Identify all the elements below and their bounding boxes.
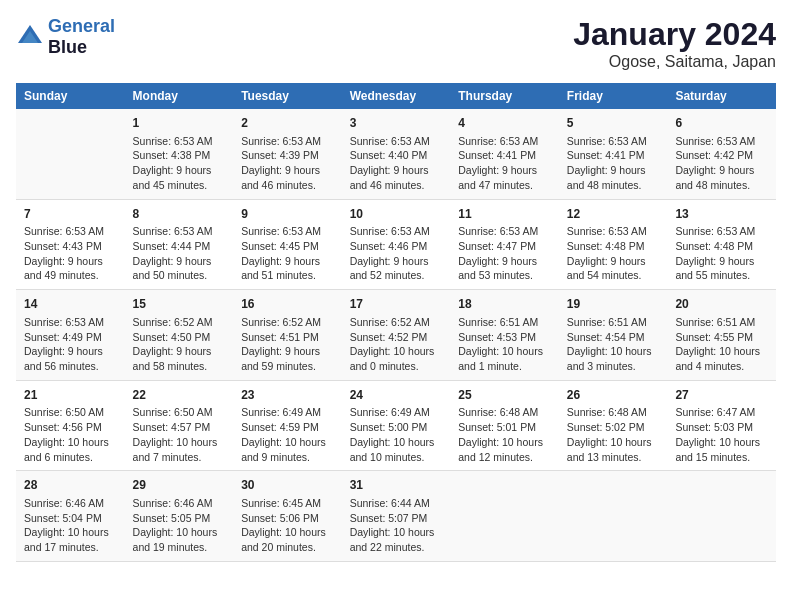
day-cell: 19Sunrise: 6:51 AMSunset: 4:54 PMDayligh… [559,290,668,381]
day-cell: 13Sunrise: 6:53 AMSunset: 4:48 PMDayligh… [667,199,776,290]
day-info: Sunrise: 6:48 AMSunset: 5:02 PMDaylight:… [567,405,660,464]
day-number: 30 [241,477,334,494]
day-cell: 18Sunrise: 6:51 AMSunset: 4:53 PMDayligh… [450,290,559,381]
day-number: 10 [350,206,443,223]
col-header-thursday: Thursday [450,83,559,109]
day-cell: 30Sunrise: 6:45 AMSunset: 5:06 PMDayligh… [233,471,342,562]
day-info: Sunrise: 6:49 AMSunset: 5:00 PMDaylight:… [350,405,443,464]
day-cell: 28Sunrise: 6:46 AMSunset: 5:04 PMDayligh… [16,471,125,562]
day-number: 7 [24,206,117,223]
day-info: Sunrise: 6:53 AMSunset: 4:41 PMDaylight:… [458,134,551,193]
day-cell: 7Sunrise: 6:53 AMSunset: 4:43 PMDaylight… [16,199,125,290]
day-info: Sunrise: 6:44 AMSunset: 5:07 PMDaylight:… [350,496,443,555]
day-info: Sunrise: 6:52 AMSunset: 4:52 PMDaylight:… [350,315,443,374]
day-info: Sunrise: 6:53 AMSunset: 4:40 PMDaylight:… [350,134,443,193]
day-cell [559,471,668,562]
month-title: January 2024 [573,16,776,53]
day-info: Sunrise: 6:48 AMSunset: 5:01 PMDaylight:… [458,405,551,464]
day-info: Sunrise: 6:53 AMSunset: 4:39 PMDaylight:… [241,134,334,193]
day-info: Sunrise: 6:53 AMSunset: 4:45 PMDaylight:… [241,224,334,283]
day-cell: 20Sunrise: 6:51 AMSunset: 4:55 PMDayligh… [667,290,776,381]
day-info: Sunrise: 6:45 AMSunset: 5:06 PMDaylight:… [241,496,334,555]
day-info: Sunrise: 6:51 AMSunset: 4:55 PMDaylight:… [675,315,768,374]
day-info: Sunrise: 6:53 AMSunset: 4:48 PMDaylight:… [675,224,768,283]
day-number: 25 [458,387,551,404]
day-cell: 12Sunrise: 6:53 AMSunset: 4:48 PMDayligh… [559,199,668,290]
day-number: 28 [24,477,117,494]
day-number: 13 [675,206,768,223]
day-cell: 25Sunrise: 6:48 AMSunset: 5:01 PMDayligh… [450,380,559,471]
day-number: 3 [350,115,443,132]
col-header-saturday: Saturday [667,83,776,109]
page-header: General Blue January 2024 Ogose, Saitama… [16,16,776,71]
day-cell: 10Sunrise: 6:53 AMSunset: 4:46 PMDayligh… [342,199,451,290]
day-cell: 24Sunrise: 6:49 AMSunset: 5:00 PMDayligh… [342,380,451,471]
day-info: Sunrise: 6:53 AMSunset: 4:38 PMDaylight:… [133,134,226,193]
day-cell: 2Sunrise: 6:53 AMSunset: 4:39 PMDaylight… [233,109,342,199]
col-header-tuesday: Tuesday [233,83,342,109]
day-info: Sunrise: 6:49 AMSunset: 4:59 PMDaylight:… [241,405,334,464]
day-cell [667,471,776,562]
day-number: 27 [675,387,768,404]
day-info: Sunrise: 6:46 AMSunset: 5:05 PMDaylight:… [133,496,226,555]
day-info: Sunrise: 6:51 AMSunset: 4:53 PMDaylight:… [458,315,551,374]
day-number: 23 [241,387,334,404]
day-cell: 8Sunrise: 6:53 AMSunset: 4:44 PMDaylight… [125,199,234,290]
day-cell: 6Sunrise: 6:53 AMSunset: 4:42 PMDaylight… [667,109,776,199]
day-cell: 9Sunrise: 6:53 AMSunset: 4:45 PMDaylight… [233,199,342,290]
day-info: Sunrise: 6:53 AMSunset: 4:43 PMDaylight:… [24,224,117,283]
day-cell: 1Sunrise: 6:53 AMSunset: 4:38 PMDaylight… [125,109,234,199]
day-number: 1 [133,115,226,132]
day-number: 26 [567,387,660,404]
day-cell: 26Sunrise: 6:48 AMSunset: 5:02 PMDayligh… [559,380,668,471]
day-cell: 27Sunrise: 6:47 AMSunset: 5:03 PMDayligh… [667,380,776,471]
day-info: Sunrise: 6:46 AMSunset: 5:04 PMDaylight:… [24,496,117,555]
day-info: Sunrise: 6:53 AMSunset: 4:49 PMDaylight:… [24,315,117,374]
location: Ogose, Saitama, Japan [573,53,776,71]
col-header-wednesday: Wednesday [342,83,451,109]
day-info: Sunrise: 6:47 AMSunset: 5:03 PMDaylight:… [675,405,768,464]
day-info: Sunrise: 6:53 AMSunset: 4:44 PMDaylight:… [133,224,226,283]
day-number: 2 [241,115,334,132]
day-number: 8 [133,206,226,223]
week-row-5: 28Sunrise: 6:46 AMSunset: 5:04 PMDayligh… [16,471,776,562]
day-cell: 4Sunrise: 6:53 AMSunset: 4:41 PMDaylight… [450,109,559,199]
day-cell: 23Sunrise: 6:49 AMSunset: 4:59 PMDayligh… [233,380,342,471]
day-cell: 21Sunrise: 6:50 AMSunset: 4:56 PMDayligh… [16,380,125,471]
day-info: Sunrise: 6:53 AMSunset: 4:42 PMDaylight:… [675,134,768,193]
day-number: 4 [458,115,551,132]
day-number: 15 [133,296,226,313]
logo: General Blue [16,16,115,58]
logo-line2: Blue [48,37,115,58]
day-number: 12 [567,206,660,223]
day-cell: 22Sunrise: 6:50 AMSunset: 4:57 PMDayligh… [125,380,234,471]
day-info: Sunrise: 6:52 AMSunset: 4:51 PMDaylight:… [241,315,334,374]
col-header-sunday: Sunday [16,83,125,109]
day-number: 5 [567,115,660,132]
day-number: 24 [350,387,443,404]
day-cell [450,471,559,562]
week-row-3: 14Sunrise: 6:53 AMSunset: 4:49 PMDayligh… [16,290,776,381]
day-number: 6 [675,115,768,132]
day-cell: 11Sunrise: 6:53 AMSunset: 4:47 PMDayligh… [450,199,559,290]
week-row-1: 1Sunrise: 6:53 AMSunset: 4:38 PMDaylight… [16,109,776,199]
logo-line1: General [48,16,115,36]
week-row-2: 7Sunrise: 6:53 AMSunset: 4:43 PMDaylight… [16,199,776,290]
day-cell: 3Sunrise: 6:53 AMSunset: 4:40 PMDaylight… [342,109,451,199]
day-number: 17 [350,296,443,313]
day-number: 14 [24,296,117,313]
day-cell: 31Sunrise: 6:44 AMSunset: 5:07 PMDayligh… [342,471,451,562]
col-header-friday: Friday [559,83,668,109]
day-cell: 15Sunrise: 6:52 AMSunset: 4:50 PMDayligh… [125,290,234,381]
day-number: 19 [567,296,660,313]
day-number: 16 [241,296,334,313]
day-info: Sunrise: 6:52 AMSunset: 4:50 PMDaylight:… [133,315,226,374]
day-info: Sunrise: 6:53 AMSunset: 4:41 PMDaylight:… [567,134,660,193]
day-number: 21 [24,387,117,404]
day-info: Sunrise: 6:53 AMSunset: 4:46 PMDaylight:… [350,224,443,283]
day-info: Sunrise: 6:50 AMSunset: 4:56 PMDaylight:… [24,405,117,464]
calendar-header-row: SundayMondayTuesdayWednesdayThursdayFrid… [16,83,776,109]
day-number: 29 [133,477,226,494]
day-number: 22 [133,387,226,404]
day-cell: 29Sunrise: 6:46 AMSunset: 5:05 PMDayligh… [125,471,234,562]
